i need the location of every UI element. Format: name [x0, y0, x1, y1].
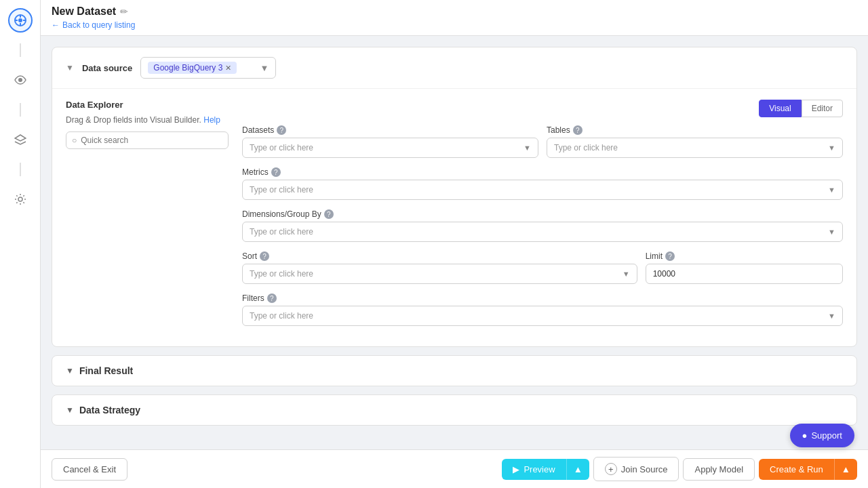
dimensions-row: Dimensions/Group By ? Type or click here…: [242, 209, 843, 242]
editor-toggle-btn[interactable]: Editor: [802, 100, 843, 117]
help-link[interactable]: Help: [203, 115, 220, 125]
tables-select[interactable]: Type or click here ▼: [547, 138, 843, 158]
sidebar-icon-layers[interactable]: [8, 127, 33, 152]
dimensions-help-icon[interactable]: ?: [324, 209, 334, 219]
data-source-row: ▼ Data source Google BigQuery 3 ✕ ▼: [52, 47, 856, 89]
filters-help-icon[interactable]: ?: [267, 293, 277, 303]
search-icon: ○: [72, 136, 77, 145]
visual-toggle-btn[interactable]: Visual: [759, 100, 801, 117]
data-strategy-title: Data Strategy: [79, 405, 140, 415]
dimensions-group: Dimensions/Group By ? Type or click here…: [242, 209, 843, 242]
tables-label: Tables ?: [547, 125, 843, 135]
limit-input[interactable]: [646, 264, 843, 284]
sidebar-icon-preview[interactable]: [8, 68, 33, 92]
datasets-chevron-icon: ▼: [524, 144, 531, 152]
metrics-group: Metrics ? Type or click here ▼: [242, 167, 843, 200]
svg-point-1: [18, 18, 22, 22]
datasets-group: Datasets ? Type or click here ▼: [242, 125, 538, 158]
create-run-toggle-button[interactable]: ▲: [834, 459, 857, 480]
support-button[interactable]: ● Support: [790, 424, 854, 447]
data-source-tag: Google BigQuery 3 ✕: [148, 62, 237, 74]
sidebar-icon-settings[interactable]: [8, 187, 33, 211]
final-result-title: Final Result: [79, 365, 133, 376]
edit-icon[interactable]: ✏: [120, 6, 128, 17]
filters-group: Filters ? Type or click here ▼: [242, 293, 843, 326]
metrics-select[interactable]: Type or click here ▼: [242, 180, 843, 200]
cancel-exit-button[interactable]: Cancel & Exit: [52, 458, 127, 481]
data-source-label: Data source: [82, 63, 132, 73]
metrics-chevron-icon: ▼: [828, 186, 835, 194]
filters-select[interactable]: Type or click here ▼: [242, 306, 843, 326]
collapse-icon[interactable]: ▼: [66, 63, 74, 73]
final-result-header[interactable]: ▼ Final Result: [52, 356, 856, 386]
view-toggle: Visual Editor: [242, 100, 843, 117]
back-arrow-icon: ←: [52, 20, 60, 30]
sort-limit-row: Sort ? Type or click here ▼ Li: [242, 251, 843, 284]
top-bar: New Dataset ✏ ← Back to query listing: [41, 0, 868, 36]
data-source-chevron: ▼: [260, 63, 269, 73]
sort-label: Sort ?: [242, 251, 637, 261]
sort-help-icon[interactable]: ?: [260, 251, 269, 261]
sort-chevron-icon: ▼: [623, 270, 630, 278]
metrics-help-icon[interactable]: ?: [271, 167, 281, 177]
data-strategy-card: ▼ Data Strategy: [52, 394, 857, 426]
content-area: ▼ Data source Google BigQuery 3 ✕ ▼ Data: [41, 36, 868, 449]
support-icon: ●: [802, 430, 808, 441]
main-content: New Dataset ✏ ← Back to query listing ▼ …: [41, 0, 868, 488]
card-body: Data Explorer Drag & Drop fields into Vi…: [52, 89, 856, 346]
svg-point-7: [18, 197, 22, 201]
filters-chevron-icon: ▼: [828, 312, 835, 320]
preview-toggle-button[interactable]: ▲: [566, 459, 589, 480]
create-run-btn-group: Create & Run ▲: [759, 459, 857, 480]
data-strategy-header[interactable]: ▼ Data Strategy: [52, 395, 856, 425]
sidebar-connector-1: [20, 43, 21, 57]
tables-chevron-icon: ▼: [828, 144, 835, 152]
tag-close-icon[interactable]: ✕: [225, 64, 231, 73]
sidebar-icon-data[interactable]: [8, 8, 33, 33]
left-panel: Data Explorer Drag & Drop fields into Vi…: [66, 100, 229, 336]
back-link[interactable]: ← Back to query listing: [52, 20, 135, 30]
preview-button[interactable]: ▶ Preview: [502, 459, 566, 480]
preview-chevron-icon: ▲: [574, 464, 583, 474]
svg-point-6: [18, 78, 22, 82]
filters-label: Filters ?: [242, 293, 843, 303]
apply-model-button[interactable]: Apply Model: [683, 458, 755, 481]
footer: Cancel & Exit ▶ Preview ▲ + Join Source …: [41, 449, 868, 488]
metrics-row: Metrics ? Type or click here ▼: [242, 167, 843, 200]
sidebar-connector-2: [20, 103, 21, 117]
final-result-card: ▼ Final Result: [52, 355, 857, 386]
footer-right: ▶ Preview ▲ + Join Source Apply Model Cr…: [502, 457, 857, 481]
limit-label: Limit ?: [646, 251, 843, 261]
datasets-tables-row: Datasets ? Type or click here ▼: [242, 125, 843, 158]
quick-search-input[interactable]: [81, 136, 222, 145]
data-source-select[interactable]: Google BigQuery 3 ✕ ▼: [140, 57, 276, 79]
sort-select[interactable]: Type or click here ▼: [242, 264, 637, 284]
sort-group: Sort ? Type or click here ▼: [242, 251, 637, 284]
join-source-button[interactable]: + Join Source: [593, 457, 679, 481]
data-explorer-title: Data Explorer: [66, 100, 229, 110]
limit-group: Limit ?: [646, 251, 843, 284]
data-source-card: ▼ Data source Google BigQuery 3 ✕ ▼ Data: [52, 47, 857, 347]
create-run-button[interactable]: Create & Run: [759, 459, 834, 480]
final-result-chevron-icon: ▼: [66, 366, 74, 375]
datasets-select[interactable]: Type or click here ▼: [242, 138, 538, 158]
datasets-help-icon[interactable]: ?: [277, 125, 286, 135]
plus-icon: +: [605, 463, 617, 475]
limit-help-icon[interactable]: ?: [665, 251, 675, 261]
dimensions-select[interactable]: Type or click here ▼: [242, 222, 843, 242]
tables-help-icon[interactable]: ?: [573, 125, 583, 135]
tables-group: Tables ? Type or click here ▼: [547, 125, 843, 158]
sidebar-connector-3: [20, 163, 21, 176]
datasets-label: Datasets ?: [242, 125, 538, 135]
play-icon: ▶: [513, 464, 519, 474]
create-run-chevron-icon: ▲: [842, 464, 850, 474]
metrics-label: Metrics ?: [242, 167, 843, 177]
data-strategy-chevron-icon: ▼: [66, 405, 74, 415]
dimensions-chevron-icon: ▼: [828, 228, 835, 236]
page-title: New Dataset: [52, 5, 116, 18]
filters-row: Filters ? Type or click here ▼: [242, 293, 843, 326]
sidebar: [0, 0, 41, 488]
dimensions-label: Dimensions/Group By ?: [242, 209, 843, 219]
drag-drop-text: Drag & Drop fields into Visual Builder. …: [66, 115, 229, 125]
quick-search[interactable]: ○: [66, 131, 229, 149]
